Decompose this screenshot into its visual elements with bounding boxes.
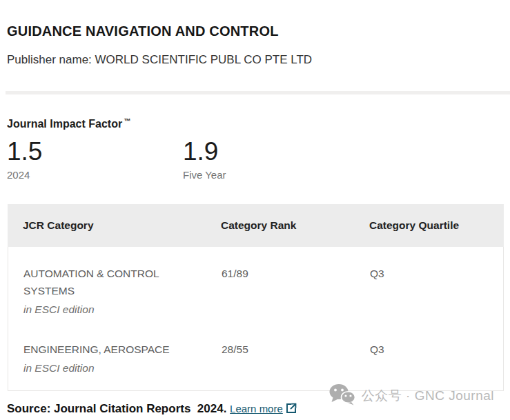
column-header-category-quartile: Category Quartile — [354, 219, 504, 232]
category-rank: 28/55 — [206, 341, 355, 377]
table-header-row: JCR Category Category Rank Category Quar… — [8, 204, 504, 247]
trademark-symbol: ™ — [124, 117, 130, 125]
table-body: AUTOMATION & CONTROL SYSTEMS in ESCI edi… — [8, 247, 504, 391]
jcr-impact-factor-widget: GUIDANCE NAVIGATION AND CONTROL Publishe… — [0, 0, 510, 420]
category-cell: AUTOMATION & CONTROL SYSTEMS in ESCI edi… — [8, 265, 206, 318]
source-text: Source: Journal Citation Reports 2024. — [7, 402, 226, 415]
table-row: ENGINEERING, AEROSPACE in ESCI edition 2… — [8, 318, 503, 390]
column-header-jcr-category: JCR Category — [8, 219, 206, 232]
watermark-text: 公众号 · GNC Journal — [362, 387, 494, 405]
journal-title: GUIDANCE NAVIGATION AND CONTROL — [7, 23, 279, 39]
category-edition: in ESCI edition — [23, 301, 206, 318]
category-quartile: Q3 — [355, 341, 503, 377]
section-divider — [6, 91, 510, 94]
jif-value-2024: 1.5 — [7, 137, 42, 167]
jcr-category-table: JCR Category Category Rank Category Quar… — [8, 204, 504, 391]
category-name: AUTOMATION & CONTROL SYSTEMS — [23, 265, 182, 299]
jif-label-2024: 2024 — [7, 169, 42, 181]
category-rank: 61/89 — [206, 265, 355, 318]
jif-value-five-year: 1.9 — [183, 137, 226, 167]
publisher-name: Publisher name: WORLD SCIENTIFIC PUBL CO… — [7, 53, 312, 67]
impact-factor-heading: Journal Impact Factor™ — [7, 117, 130, 130]
category-quartile: Q3 — [355, 265, 503, 318]
metric-current-year: 1.5 2024 — [7, 137, 42, 181]
table-row: AUTOMATION & CONTROL SYSTEMS in ESCI edi… — [8, 247, 503, 318]
impact-factor-heading-text: Journal Impact Factor — [7, 118, 122, 130]
category-cell: ENGINEERING, AEROSPACE in ESCI edition — [8, 341, 206, 377]
category-name: ENGINEERING, AEROSPACE — [23, 341, 182, 358]
learn-more-link[interactable]: Learn more — [230, 403, 283, 414]
column-header-category-rank: Category Rank — [206, 219, 354, 232]
metric-five-year: 1.9 Five Year — [183, 137, 226, 181]
wechat-watermark: 公众号 · GNC Journal — [328, 383, 494, 408]
jif-label-five-year: Five Year — [183, 169, 226, 181]
source-line: Source: Journal Citation Reports 2024. L… — [7, 402, 297, 418]
category-edition: in ESCI edition — [23, 359, 206, 377]
open-in-new-icon[interactable] — [285, 402, 297, 418]
wechat-icon — [328, 383, 356, 408]
